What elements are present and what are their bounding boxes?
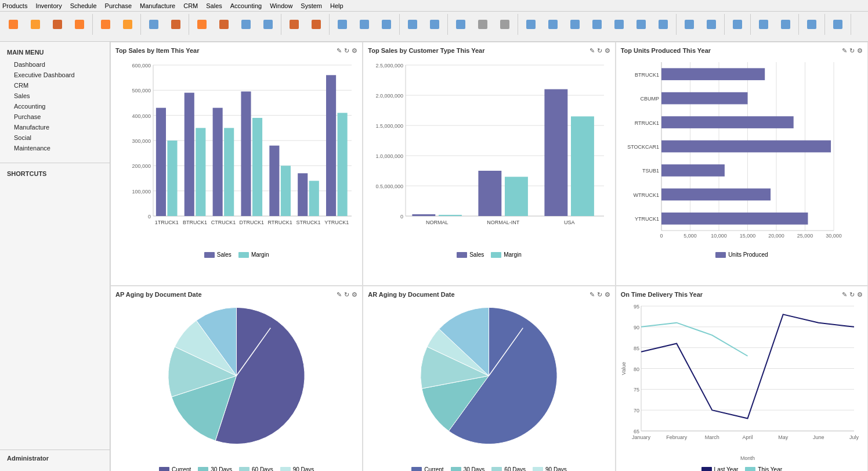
svg-rect-92 — [505, 177, 528, 216]
svg-rect-19 — [456, 20, 465, 29]
menu-item-crm[interactable]: CRM — [183, 2, 198, 9]
svg-text:NORMAL-INT: NORMAL-INT — [487, 220, 520, 225]
settings-icon[interactable]: ⚙ — [352, 291, 357, 299]
svg-rect-30 — [707, 20, 716, 29]
units-legend: Units Produced — [621, 251, 863, 258]
menu-item-sales[interactable]: Sales — [206, 2, 222, 9]
shortcuts-label: SHORTCUTS — [0, 168, 110, 181]
toolbar-btn-1-0[interactable] — [95, 14, 116, 35]
menu-item-schedule[interactable]: Schedule — [70, 2, 97, 9]
settings-icon[interactable]: ⚙ — [605, 291, 610, 299]
toolbar-btn-7-0[interactable] — [450, 14, 471, 35]
settings-icon[interactable]: ⚙ — [605, 47, 610, 55]
sidebar-item-manufacture[interactable]: Manufacture — [0, 122, 110, 132]
settings-icon[interactable]: ⚙ — [857, 47, 863, 55]
toolbar-btn-0-1[interactable] — [25, 14, 46, 35]
menu-item-help[interactable]: Help — [330, 2, 343, 9]
toolbar-btn-8-4[interactable] — [609, 14, 630, 35]
toolbar-btn-0-3[interactable] — [69, 14, 90, 35]
refresh-icon[interactable]: ↻ — [849, 291, 855, 299]
toolbar-btn-8-3[interactable] — [587, 14, 607, 35]
sidebar-item-crm[interactable]: CRM — [0, 80, 110, 91]
svg-text:January: January — [632, 434, 651, 440]
svg-rect-88 — [413, 214, 436, 216]
svg-rect-113 — [661, 68, 765, 80]
edit-icon[interactable]: ✎ — [842, 47, 847, 55]
svg-text:100,000: 100,000 — [132, 189, 151, 195]
refresh-icon[interactable]: ↻ — [344, 47, 349, 55]
menu-item-accounting[interactable]: Accounting — [230, 2, 262, 9]
edit-icon[interactable]: ✎ — [337, 47, 342, 55]
toolbar-btn-3-2[interactable] — [236, 14, 256, 35]
svg-text:15,000: 15,000 — [739, 233, 755, 239]
svg-text:BTRUCK1: BTRUCK1 — [183, 220, 207, 225]
toolbar-btn-3-0[interactable] — [191, 14, 212, 35]
toolbar-btn-13-0[interactable] — [827, 14, 848, 35]
pie-ar — [368, 300, 610, 463]
menu-item-products[interactable]: Products — [2, 2, 27, 9]
on-time-legend: Last Year This Year — [621, 466, 863, 471]
toolbar-btn-8-6[interactable] — [653, 14, 674, 35]
sidebar-item-purchase[interactable]: Purchase — [0, 112, 110, 122]
refresh-icon[interactable]: ↻ — [849, 47, 855, 55]
edit-icon[interactable]: ✎ — [842, 291, 847, 299]
toolbar-btn-2-1[interactable] — [165, 14, 186, 35]
toolbar-btn-11-1[interactable] — [775, 14, 796, 35]
svg-rect-0 — [9, 20, 18, 29]
edit-icon[interactable]: ✎ — [589, 47, 595, 55]
menu-item-system[interactable]: System — [301, 2, 322, 9]
sidebar-item-dashboard[interactable]: Dashboard — [0, 59, 110, 70]
toolbar-btn-5-2[interactable] — [376, 14, 397, 35]
sidebar-item-maintenance[interactable]: Maintenance — [0, 143, 110, 153]
toolbar-btn-5-0[interactable] — [332, 14, 353, 35]
menu-item-purchase[interactable]: Purchase — [105, 2, 132, 9]
toolbar-btn-4-1[interactable] — [306, 14, 327, 35]
svg-text:1.0,000,000: 1.0,000,000 — [376, 153, 404, 159]
toolbar-btn-1-1[interactable] — [117, 14, 138, 35]
svg-rect-71 — [326, 75, 336, 216]
toolbar-btn-0-2[interactable] — [47, 14, 68, 35]
sidebar-item-executive-dashboard[interactable]: Executive Dashboard — [0, 70, 110, 80]
edit-icon[interactable]: ✎ — [337, 291, 342, 299]
toolbar-btn-5-1[interactable] — [354, 14, 375, 35]
toolbar-btn-7-2[interactable] — [494, 14, 515, 35]
svg-text:25,000: 25,000 — [797, 233, 813, 239]
svg-rect-125 — [661, 213, 808, 225]
toolbar-btn-4-0[interactable] — [284, 14, 305, 35]
svg-text:Month: Month — [740, 455, 755, 461]
menu-item-window[interactable]: Window — [270, 2, 292, 9]
svg-text:RTRUCK1: RTRUCK1 — [267, 220, 292, 225]
toolbar-btn-0-0[interactable] — [3, 14, 24, 35]
toolbar-btn-9-0[interactable] — [679, 14, 700, 35]
toolbar-btn-8-1[interactable] — [542, 14, 563, 35]
on-time-title: On Time Delivery This Year — [621, 291, 863, 298]
toolbar-btn-10-0[interactable] — [727, 14, 748, 35]
refresh-icon[interactable]: ↻ — [344, 291, 349, 299]
svg-rect-6 — [149, 20, 158, 29]
menu-item-manufacture[interactable]: Manufacture — [140, 2, 175, 9]
ar-legend: Current 30 Days 60 Days 90 Days — [368, 466, 610, 471]
sidebar-item-accounting[interactable]: Accounting — [0, 101, 110, 112]
toolbar-btn-9-1[interactable] — [701, 14, 722, 35]
toolbar-btn-6-0[interactable] — [402, 14, 423, 35]
toolbar-btn-3-1[interactable] — [214, 14, 234, 35]
toolbar-btn-8-5[interactable] — [631, 14, 652, 35]
toolbar-btn-7-1[interactable] — [472, 14, 493, 35]
toolbar-btn-8-2[interactable] — [565, 14, 585, 35]
svg-rect-60 — [224, 128, 234, 216]
toolbar-btn-12-0[interactable] — [801, 14, 822, 35]
toolbar-btn-6-1[interactable] — [424, 14, 445, 35]
menu-item-inventory[interactable]: Inventory — [35, 2, 62, 9]
toolbar-btn-3-3[interactable] — [258, 14, 279, 35]
settings-icon[interactable]: ⚙ — [857, 291, 863, 299]
sidebar-item-sales[interactable]: Sales — [0, 91, 110, 101]
edit-icon[interactable]: ✎ — [589, 291, 595, 299]
toolbar-btn-8-0[interactable] — [520, 14, 541, 35]
svg-text:1.5,000,000: 1.5,000,000 — [376, 123, 404, 129]
refresh-icon[interactable]: ↻ — [597, 291, 602, 299]
refresh-icon[interactable]: ↻ — [597, 47, 602, 55]
settings-icon[interactable]: ⚙ — [352, 47, 357, 55]
toolbar-btn-11-0[interactable] — [753, 14, 774, 35]
sidebar-item-social[interactable]: Social — [0, 132, 110, 143]
toolbar-btn-2-0[interactable] — [143, 14, 164, 35]
